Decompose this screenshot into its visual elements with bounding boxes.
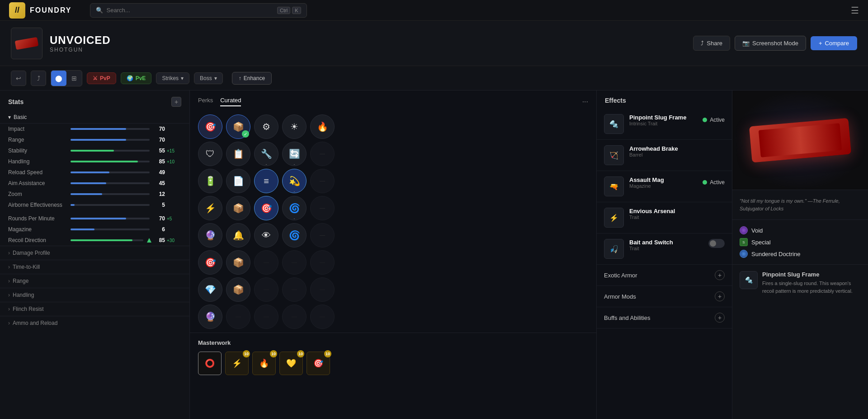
strikes-dropdown[interactable]: Strikes ▾ — [156, 72, 189, 84]
perk-icon[interactable]: — — [310, 142, 335, 166]
masterwork-icon-2[interactable]: 🔥10 — [252, 352, 276, 375]
perk-icon[interactable]: — — [310, 169, 335, 193]
share-tool-button[interactable]: ⤴ — [31, 71, 46, 86]
armor-mods-label: Armor Mods — [604, 293, 636, 300]
basic-section-toggle[interactable]: ▾ Basic — [0, 111, 189, 124]
perk-icon[interactable]: — — [310, 196, 335, 220]
exotic-armor-add[interactable]: + — [715, 270, 725, 280]
buffs-abilities-section[interactable]: Buffs and Abilities + — [597, 307, 732, 329]
flinch-resist-section[interactable]: ›Flinch Resist — [0, 302, 189, 316]
perk-icon[interactable]: 📄 — [226, 169, 250, 193]
chevron-icon: ▾ — [8, 114, 11, 120]
perk-icon[interactable]: 🔮 — [198, 305, 222, 329]
toggle-knob — [710, 240, 716, 247]
perk-icon[interactable]: ⚡ — [198, 196, 222, 220]
exotic-armor-section[interactable]: Exotic Armor + — [597, 265, 732, 286]
trait2-toggle[interactable] — [708, 239, 725, 248]
perk-icon[interactable]: ≡ — [254, 169, 278, 193]
perk-icon[interactable]: 💎 — [198, 277, 222, 302]
perk-icon[interactable]: 🔧- — [254, 142, 278, 166]
perk-icon[interactable]: ☀ — [282, 114, 307, 139]
perk-icon[interactable]: 🎯 — [254, 196, 278, 220]
chevron-down-icon: ▾ — [214, 75, 217, 81]
pvp-tag[interactable]: ⚔ PvP — [87, 72, 116, 84]
perk-icon[interactable]: 📋 — [226, 142, 250, 166]
search-bar[interactable]: 🔍 Ctrl K — [90, 3, 307, 18]
stats-header: Stats + — [0, 90, 189, 111]
masterwork-icon-3[interactable]: 💛10 — [279, 352, 303, 375]
tab-curated[interactable]: Curated — [220, 97, 241, 106]
perk-icon[interactable]: 📦 — [226, 277, 250, 302]
stats-add-button[interactable]: + — [171, 97, 181, 107]
perks-header: Perks Curated ··· — [190, 90, 596, 111]
trait2-type: Trait — [629, 246, 703, 251]
perk-icon[interactable]: 🎯 — [198, 250, 222, 275]
main-content: Stats + ▾ Basic Impact 70 Range 70 Stabi… — [0, 90, 868, 419]
pve-tag[interactable]: 🌍 PvE — [121, 72, 152, 84]
perks-menu-button[interactable]: ··· — [582, 98, 588, 106]
enhance-button[interactable]: ↑ Enhance — [232, 72, 272, 85]
damage-profile-section[interactable]: ›Damage Profile — [0, 246, 189, 260]
perk-icon[interactable]: 💫- — [282, 169, 307, 193]
perk-icon[interactable]: — — [310, 223, 335, 248]
masterwork-icon-4[interactable]: 🎯10 — [307, 352, 330, 375]
compare-button[interactable]: + Compare — [811, 36, 857, 50]
perk-icon[interactable]: 🔮 — [198, 223, 222, 248]
intrinsic-trait-icon: 🔩 — [604, 114, 624, 134]
share-button[interactable]: ⤴ Share — [693, 36, 730, 51]
perk-icon: — — [310, 277, 335, 302]
stat-row: Impact 70 — [0, 124, 189, 134]
stats-title: Stats — [8, 98, 24, 105]
active-label: Active — [710, 117, 725, 123]
perk-icon[interactable]: 🌀 — [282, 223, 307, 248]
void-label: Void — [751, 227, 763, 234]
perk-icon[interactable]: 📦 — [226, 250, 250, 275]
perk-icon[interactable]: 👁 — [254, 223, 278, 248]
intrinsic-type: Intrinsic Trait — [629, 121, 697, 126]
perk-icon[interactable]: 🛡 — [198, 142, 222, 166]
barrel-type: Barrel — [629, 152, 725, 157]
mode-grid-button[interactable]: ⊞ — [66, 71, 82, 86]
menu-icon[interactable]: ☰ — [851, 5, 859, 16]
perk-icon[interactable]: 🔄- — [282, 142, 307, 166]
magazine-type: Magazine — [629, 183, 697, 189]
active-indicator: Active — [703, 117, 725, 123]
stat-row: Rounds Per Minute 70 +5 — [0, 213, 189, 224]
perk-icon[interactable]: 📦 — [226, 196, 250, 220]
effect-item-magazine: 🔫 Assault Mag Magazine Active — [597, 171, 732, 202]
plus-icon: + — [819, 40, 822, 47]
tab-perks[interactable]: Perks — [198, 97, 213, 106]
perk-icon[interactable]: 🌀- — [282, 196, 307, 220]
magazine-name: Assault Mag — [629, 176, 697, 183]
trait2-name: Bait and Switch — [629, 239, 703, 246]
stat-row: Stability 55 +15 — [0, 145, 189, 156]
weapon-info: UNVOICED SHOTGUN — [50, 34, 111, 53]
time-to-kill-section[interactable]: ›Time-to-Kill — [0, 260, 189, 274]
weapon-header: UNVOICED SHOTGUN ⤴ Share 📷 Screenshot Mo… — [0, 21, 868, 66]
range-section[interactable]: ›Range — [0, 274, 189, 288]
buffs-abilities-add[interactable]: + — [715, 313, 725, 323]
mode-circle-button[interactable]: ⬤ — [51, 71, 66, 86]
perk-icon[interactable]: 🔋 — [198, 169, 222, 193]
perk-icon[interactable]: 🔥 — [310, 114, 335, 139]
perk-icon[interactable]: ⚙ — [254, 114, 278, 139]
perk-icon[interactable]: 🎯 — [198, 114, 222, 139]
perk-icon[interactable]: 📦✓ — [226, 114, 250, 139]
special-label: Special — [751, 239, 771, 246]
boss-dropdown[interactable]: Boss ▾ — [194, 72, 223, 84]
weapon-type: SHOTGUN — [50, 47, 111, 53]
perk-icon[interactable]: 🔔 — [226, 223, 250, 248]
masterwork-icon-none[interactable]: ⭕ — [198, 352, 222, 375]
undo-button[interactable]: ↩ — [11, 71, 26, 86]
active-dot-mag — [703, 180, 707, 185]
frame-desc-icon: 🔩 — [740, 271, 758, 289]
screenshot-button[interactable]: 📷 Screenshot Mode — [735, 36, 806, 51]
armor-mods-section[interactable]: Armor Mods + — [597, 286, 732, 307]
ammo-reload-section[interactable]: ›Ammo and Reload — [0, 316, 189, 330]
armor-mods-add[interactable]: + — [715, 291, 725, 301]
masterwork-icon-1[interactable]: ⚡10 — [225, 352, 249, 375]
stat-row: Airborne Effectiveness 5 — [0, 200, 189, 210]
handling-section[interactable]: ›Handling — [0, 288, 189, 302]
search-input[interactable] — [107, 7, 278, 14]
weapon-icon-small — [11, 28, 42, 59]
